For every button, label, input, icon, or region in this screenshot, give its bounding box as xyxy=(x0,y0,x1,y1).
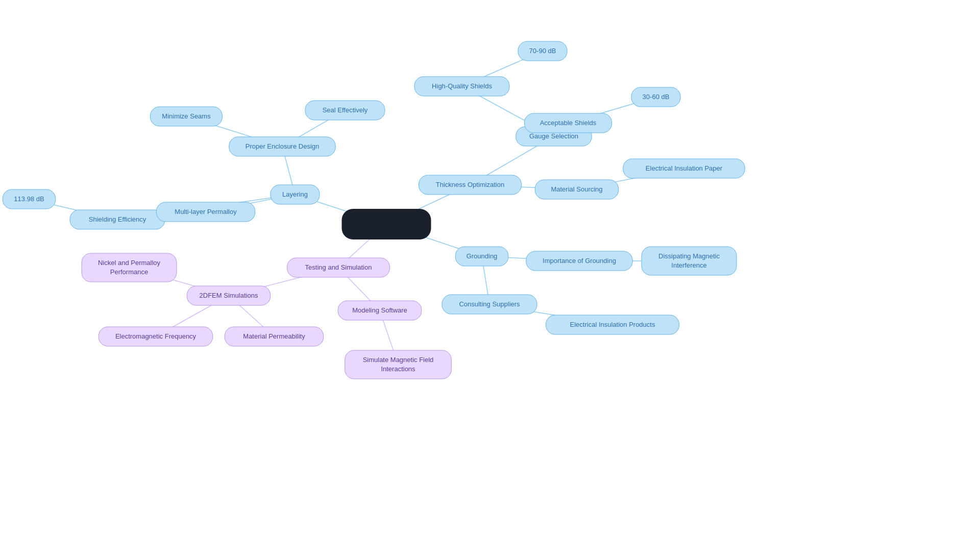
node-shielding-efficiency[interactable]: Shielding Efficiency xyxy=(70,210,165,229)
node-electrical-insulation-paper[interactable]: Electrical Insulation Paper xyxy=(623,159,745,178)
node-layering[interactable]: Layering xyxy=(271,185,320,204)
node-thickness-opt[interactable]: Thickness Optimization xyxy=(419,175,522,195)
node-label: Nickel and Permalloy xyxy=(98,259,161,267)
node-material-permeability[interactable]: Material Permeability xyxy=(225,327,324,346)
node-importance-grounding[interactable]: Importance of Grounding xyxy=(526,251,633,271)
svg-rect-0 xyxy=(342,209,431,239)
node-dissipating[interactable]: Dissipating MagneticInterference xyxy=(642,247,737,275)
node-70-90db[interactable]: 70-90 dB xyxy=(518,41,567,61)
node-label: Gauge Selection xyxy=(529,132,578,140)
node-minimize-seams[interactable]: Minimize Seams xyxy=(151,107,223,126)
node-label: Minimize Seams xyxy=(162,112,211,120)
node-material-sourcing[interactable]: Material Sourcing xyxy=(535,180,619,199)
node-label: Shielding Efficiency xyxy=(89,215,146,223)
node-label: Consulting Suppliers xyxy=(459,300,520,308)
node-high-quality[interactable]: High-Quality Shields xyxy=(414,77,509,96)
node-label: Multi-layer Permalloy xyxy=(175,208,237,215)
node-label: Seal Effectively xyxy=(323,106,368,114)
node-label: 113.98 dB xyxy=(14,195,44,203)
node-label: Electromagnetic Frequency xyxy=(115,332,197,340)
node-multi-layer[interactable]: Multi-layer Permalloy xyxy=(156,202,255,222)
node-acceptable-shields[interactable]: Acceptable Shields xyxy=(525,113,612,133)
node-electrical-insulation-products[interactable]: Electrical Insulation Products xyxy=(546,315,679,334)
node-consulting[interactable]: Consulting Suppliers xyxy=(442,295,537,314)
node-rect xyxy=(82,253,177,282)
node-rect xyxy=(345,350,452,379)
node-label: Simulate Magnetic Field xyxy=(363,356,434,364)
node-rect xyxy=(642,247,737,275)
node-label: Interactions xyxy=(381,365,415,373)
node-em-frequency[interactable]: Electromagnetic Frequency xyxy=(99,327,213,346)
node-30-60db[interactable]: 30-60 dB xyxy=(631,87,680,107)
node-label: Electrical Insulation Paper xyxy=(646,164,723,172)
node-label: High-Quality Shields xyxy=(432,82,492,90)
node-testing-sim[interactable]: Testing and Simulation xyxy=(287,258,390,277)
node-label: Importance of Grounding xyxy=(543,257,616,265)
node-proper-enclosure[interactable]: Proper Enclosure Design xyxy=(229,137,336,156)
svg-text:Techniques for EffectiveMuMeta: Techniques for EffectiveMuMetal Shieldin… xyxy=(342,0,430,9)
node-label: Performance xyxy=(110,268,148,276)
node-seal-effectively[interactable]: Seal Effectively xyxy=(305,101,385,120)
node-label: Acceptable Shields xyxy=(540,119,597,127)
node-label: Electrical Insulation Products xyxy=(570,321,655,328)
node-label: 30-60 dB xyxy=(643,93,670,101)
node-label: Grounding xyxy=(467,252,498,260)
node-grounding[interactable]: Grounding xyxy=(455,247,508,266)
node-label: Material Permeability xyxy=(243,332,305,340)
node-label: Material Sourcing xyxy=(551,185,602,193)
node-label: Proper Enclosure Design xyxy=(246,142,320,150)
node-simulate-magnetic[interactable]: Simulate Magnetic FieldInteractions xyxy=(345,350,452,379)
node-label: Layering xyxy=(282,190,308,198)
mind-map: Minimize SeamsSeal EffectivelyProper Enc… xyxy=(0,0,980,553)
node-nickel-permalloy[interactable]: Nickel and PermalloyPerformance xyxy=(82,253,177,282)
node-label: Interference xyxy=(671,261,706,269)
blue-nodes: Minimize SeamsSeal EffectivelyProper Enc… xyxy=(3,41,745,334)
node-label: 2DFEM Simulations xyxy=(200,292,258,299)
node-label: Modeling Software xyxy=(352,306,407,314)
node-modeling-software[interactable]: Modeling Software xyxy=(338,301,422,320)
purple-nodes: Testing and SimulationModeling SoftwareS… xyxy=(82,253,451,379)
node-label: Testing and Simulation xyxy=(305,263,372,271)
node-label: Dissipating Magnetic xyxy=(658,252,720,260)
node-label: 70-90 dB xyxy=(529,47,556,55)
node-label: Thickness Optimization xyxy=(436,181,504,188)
node-113db[interactable]: 113.98 dB xyxy=(3,189,56,209)
node-2dfem[interactable]: 2DFEM Simulations xyxy=(187,286,271,305)
